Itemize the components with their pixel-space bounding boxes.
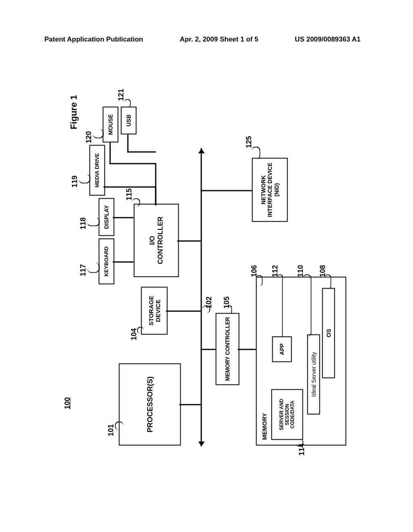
header-left: Patent Application Publication: [44, 35, 143, 44]
header-mid: Apr. 2, 2009 Sheet 1 of 5: [180, 35, 259, 44]
lead-arc: [277, 274, 283, 338]
figure-container: 100 Figure 1 PROCESSOR(S) 101 MEMORY CON…: [65, 85, 343, 453]
lead-arc: [202, 305, 211, 314]
lead-arc: [252, 147, 261, 160]
conn: [166, 311, 201, 312]
lead-arc: [93, 129, 104, 139]
ref-117: 117: [79, 264, 88, 276]
media-drive-block: MEDIA DRIVE: [90, 145, 105, 196]
lead-arc: [132, 198, 140, 207]
ref-110: 110: [296, 265, 305, 277]
lead-arc: [79, 174, 91, 184]
header-right: US 2009/0089363 A1: [295, 35, 361, 44]
system-bus: [201, 148, 202, 447]
ref-101: 101: [107, 424, 115, 436]
lead-arc: [87, 262, 100, 273]
lead-arc: [256, 275, 263, 286]
bus-arrow-left-icon: [198, 442, 205, 450]
io-controller-block: I/O CONTROLLER: [134, 204, 179, 277]
conn: [113, 217, 134, 218]
conn: [110, 163, 156, 164]
nid-block: NETWORK INTERFACE DEVICE (NID): [252, 158, 288, 222]
bus-arrow-right-icon: [198, 145, 205, 154]
lead-arc: [325, 274, 332, 289]
ref-118: 118: [79, 217, 88, 229]
figure-1-diagram: 100 Figure 1 PROCESSOR(S) 101 MEMORY CON…: [65, 85, 343, 454]
conn: [179, 404, 201, 405]
memory-block: MEMORY SERVER AND SESSION CODE/DATA APP …: [256, 277, 346, 446]
lead-arc: [296, 439, 304, 447]
storage-block: STORAGE DEVICE: [141, 287, 168, 335]
lead-arc: [227, 305, 232, 314]
conn: [155, 163, 156, 206]
figure-title: Figure 1: [69, 95, 79, 130]
ref-119: 119: [71, 175, 79, 187]
memory-label: MEMORY: [261, 413, 268, 440]
session-block: SERVER AND SESSION CODE/DATA: [271, 389, 303, 440]
os-block: OS: [322, 288, 335, 378]
conn: [104, 187, 156, 188]
ideal-server-block: Ideal Server utility: [307, 335, 320, 415]
lead-arc: [115, 422, 124, 430]
processor-block: PROCESSOR(S): [119, 364, 181, 446]
conn: [127, 135, 129, 153]
ref-115: 115: [125, 188, 133, 200]
ref-120: 120: [85, 131, 93, 143]
lead-arc: [137, 327, 144, 334]
app-block: APP: [272, 337, 292, 362]
conn: [238, 349, 256, 350]
lead-arc: [87, 218, 100, 227]
conn: [113, 262, 134, 263]
conn: [127, 152, 156, 153]
display-block: DISPLAY: [99, 198, 115, 236]
system-ref: 100: [63, 397, 72, 409]
conn: [201, 190, 252, 191]
usb-block: USB: [121, 107, 137, 135]
lead-arc: [124, 99, 131, 108]
page-header: Patent Application Publication Apr. 2, 2…: [44, 35, 361, 44]
ref-125: 125: [245, 136, 253, 148]
conn: [201, 349, 216, 350]
mouse-block: MOUSE: [103, 107, 119, 143]
ref-121: 121: [117, 89, 125, 101]
conn: [110, 143, 111, 164]
lead-arc: [303, 274, 312, 337]
patent-page: Patent Application Publication Apr. 2, 2…: [0, 0, 413, 532]
memory-controller-block: MEMORY CONTROLLER: [216, 313, 240, 385]
keyboard-block: KEYBOARD: [99, 239, 115, 285]
conn: [177, 241, 201, 242]
